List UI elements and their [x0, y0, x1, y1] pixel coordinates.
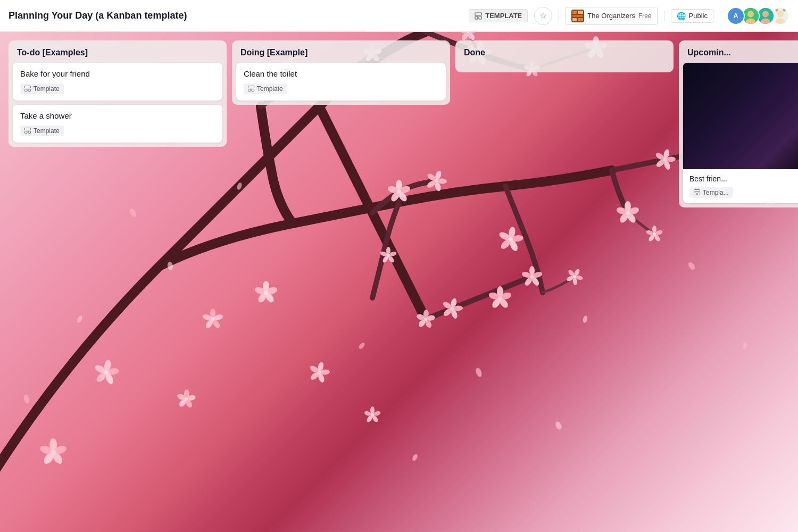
card-bake-tag[interactable]: Template: [20, 84, 64, 94]
tag-template-icon4: [694, 189, 700, 196]
column-doing-header: Doing [Example]: [232, 40, 450, 63]
header: Planning Your Day (a Kanban template) TE…: [0, 0, 798, 32]
card-toilet[interactable]: Clean the toilet Template: [236, 63, 446, 101]
card-bestfriend[interactable]: Best frien... Templa...: [683, 63, 798, 203]
column-done-header: Done: [455, 40, 674, 63]
separator3: [720, 11, 720, 21]
card-toilet-tag-label: Template: [257, 85, 283, 93]
card-toilet-title: Clean the toilet: [244, 69, 438, 78]
organizers-avatar: [571, 10, 584, 22]
card-bestfriend-tag[interactable]: Templa...: [689, 187, 733, 198]
column-done: Done: [455, 40, 674, 72]
free-badge: Free: [638, 12, 652, 20]
svg-rect-204: [248, 86, 254, 88]
svg-rect-218: [694, 193, 697, 195]
template-button[interactable]: TEMPLATE: [469, 9, 528, 22]
svg-rect-188: [578, 18, 583, 21]
public-button[interactable]: 🌐 Public: [671, 9, 713, 23]
svg-rect-182: [479, 16, 481, 19]
organizers-label: The Organizers: [587, 12, 635, 20]
card-image-bg: [683, 63, 798, 169]
avatar-b-img: [743, 7, 759, 25]
card-shower-tag[interactable]: Template: [20, 126, 64, 136]
svg-rect-180: [475, 13, 481, 15]
separator2: [664, 11, 664, 21]
svg-rect-203: [28, 131, 31, 134]
card-bestfriend-image: [683, 63, 798, 169]
column-todo: To-do [Examples] Bake for your friend Te…: [9, 40, 227, 147]
svg-point-196: [777, 11, 784, 17]
globe-icon: 🌐: [677, 12, 686, 20]
svg-point-190: [747, 11, 754, 17]
page-title: Planning Your Day (a Kanban template): [9, 10, 462, 21]
column-upcoming: Upcomin...: [679, 40, 798, 207]
svg-rect-201: [25, 128, 31, 130]
card-bake[interactable]: Bake for your friend Template: [13, 63, 222, 101]
separator: [559, 11, 559, 21]
svg-rect-184: [572, 11, 577, 14]
organizers-icon: [571, 10, 584, 22]
svg-rect-206: [252, 89, 254, 92]
card-shower-title: Take a shower: [20, 111, 215, 120]
tag-template-icon2: [24, 128, 31, 134]
svg-rect-187: [572, 18, 577, 21]
tag-template-icon: [24, 86, 31, 92]
tag-template-icon3: [248, 86, 254, 92]
svg-rect-186: [572, 15, 583, 17]
card-bake-title: Bake for your friend: [20, 69, 215, 78]
card-bestfriend-tag-label: Templa...: [703, 189, 729, 196]
svg-rect-217: [694, 190, 700, 192]
svg-rect-199: [25, 89, 28, 92]
avatar-c-img: [758, 7, 774, 25]
public-label: Public: [689, 12, 708, 20]
template-icon: [475, 12, 482, 20]
card-shower-tag-label: Template: [34, 127, 60, 135]
svg-rect-198: [25, 86, 31, 88]
column-doing: Doing [Example] Clean the toilet Templat…: [232, 40, 450, 105]
svg-rect-202: [25, 131, 28, 134]
template-label: TEMPLATE: [485, 12, 522, 20]
svg-rect-205: [248, 89, 251, 92]
card-bestfriend-title: Best frien...: [689, 174, 796, 183]
svg-point-193: [762, 11, 769, 17]
card-bestfriend-body: Best frien... Templa...: [683, 169, 798, 203]
card-shower[interactable]: Take a shower Template: [13, 105, 222, 143]
svg-rect-181: [475, 16, 478, 19]
star-button[interactable]: ☆: [534, 7, 552, 25]
svg-rect-200: [28, 89, 31, 92]
star-icon: ☆: [539, 11, 547, 21]
card-toilet-tag[interactable]: Template: [244, 84, 287, 94]
column-todo-header: To-do [Examples]: [9, 40, 227, 63]
card-bake-tag-label: Template: [34, 85, 60, 93]
board-area: To-do [Examples] Bake for your friend Te…: [0, 32, 798, 532]
organizers-button[interactable]: The Organizers Free: [566, 7, 657, 25]
avatar-a[interactable]: A: [727, 7, 745, 25]
avatar-d-img: [772, 7, 788, 25]
svg-rect-185: [578, 11, 583, 14]
svg-rect-219: [697, 193, 700, 195]
column-upcoming-header: Upcomin...: [679, 40, 798, 63]
user-avatars: A: [727, 7, 789, 25]
